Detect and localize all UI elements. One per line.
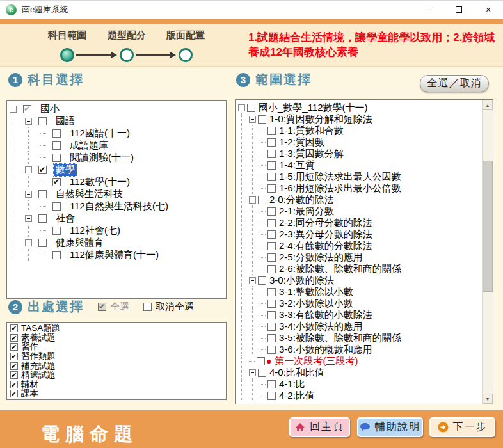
item-checkbox[interactable]	[10, 381, 18, 388]
tree-row[interactable]: 1-0:質因數分解和短除法	[238, 113, 481, 125]
collapse-toggle-icon[interactable]	[25, 118, 32, 125]
item-checkbox[interactable]	[10, 324, 18, 332]
tree-row[interactable]: 健康與體育	[10, 237, 226, 249]
node-checkbox[interactable]	[258, 276, 266, 285]
tree-row[interactable]: 2-2:同分母分數的除法	[238, 217, 481, 228]
node-checkbox[interactable]	[267, 219, 276, 227]
tree-row[interactable]: 數學	[10, 164, 226, 176]
node-checkbox[interactable]	[52, 154, 61, 162]
tree-row[interactable]: 社會	[10, 212, 226, 225]
node-checkbox[interactable]	[52, 251, 61, 259]
maximize-button[interactable]	[444, 0, 474, 19]
tree-row[interactable]: 3-4:小數除法的應用	[238, 321, 481, 332]
node-checkbox[interactable]	[52, 141, 61, 150]
node-checkbox[interactable]	[38, 166, 47, 174]
collapse-toggle-icon[interactable]	[25, 191, 32, 198]
node-checkbox[interactable]	[267, 346, 276, 354]
node-checkbox[interactable]	[267, 300, 276, 308]
tree-node-label[interactable]: 4-2:比值	[277, 390, 317, 402]
tree-node-label[interactable]: 3-6:小數的概數和應用	[277, 344, 374, 356]
tree-node-label[interactable]: 數學	[54, 164, 77, 176]
node-checkbox[interactable]	[247, 104, 255, 112]
select-toggle-button[interactable]: 全選／取消	[420, 75, 489, 92]
tree-row[interactable]: 3-2:小數除以小數	[238, 298, 481, 309]
tree-node-label[interactable]: 健康與體育	[54, 237, 106, 249]
node-checkbox[interactable]	[267, 161, 276, 170]
select-all-checkbox[interactable]	[98, 303, 106, 311]
tree-row[interactable]: 2-5:分數除法的應用	[238, 252, 481, 263]
node-checkbox[interactable]	[267, 138, 276, 147]
node-checkbox[interactable]	[257, 357, 265, 365]
node-checkbox[interactable]	[267, 323, 276, 331]
node-checkbox[interactable]	[52, 202, 61, 211]
node-checkbox[interactable]	[267, 288, 276, 296]
node-checkbox[interactable]	[258, 196, 266, 204]
tree-node-label[interactable]: 第一次段考(三段考)	[273, 355, 360, 367]
scroll-down-button[interactable]: ▼	[483, 394, 493, 404]
tree-node-label[interactable]: 1-4:互質	[277, 159, 317, 172]
node-checkbox[interactable]	[267, 380, 276, 388]
tree-row[interactable]: 3-5:被除數、除數和商的關係	[238, 332, 481, 344]
node-checkbox[interactable]	[267, 230, 276, 239]
wizard-step-circle-active[interactable]	[60, 48, 74, 62]
tree-node-label[interactable]: 1-2:質因數	[277, 136, 326, 148]
node-checkbox[interactable]	[267, 311, 276, 319]
tree-row[interactable]: 2-6:被除數、除數和商的關係	[238, 263, 481, 275]
list-item[interactable]: 精選試題	[9, 371, 226, 380]
tree-row[interactable]: 2-4:有餘數的分數除法	[238, 240, 481, 252]
node-checkbox[interactable]	[52, 178, 61, 186]
tree-row[interactable]: 112國語(十一)	[10, 127, 226, 140]
tree-row[interactable]: 4-0:比和比值	[238, 367, 481, 378]
list-item[interactable]: 輔材	[9, 380, 226, 390]
list-item[interactable]: 素養試題	[9, 333, 226, 343]
collapse-toggle-icon[interactable]	[249, 277, 256, 284]
tree-node-label[interactable]: 112社會(七)	[68, 225, 122, 237]
tree-row[interactable]: 2-3:異分母分數的除法	[238, 228, 481, 240]
tree-node-label[interactable]: 112健康與體育(十一)	[68, 249, 161, 261]
collapse-toggle-icon[interactable]	[238, 104, 245, 111]
collapse-toggle-icon[interactable]	[249, 196, 256, 204]
select-all-control[interactable]: 全選	[98, 301, 129, 313]
tree-row[interactable]: 成語題庫	[10, 140, 226, 152]
node-checkbox[interactable]	[38, 190, 47, 198]
tree-node-label[interactable]: 2-6:被除數、除數和商的關係	[277, 263, 403, 275]
node-checkbox[interactable]	[52, 129, 61, 138]
collapse-toggle-icon[interactable]	[25, 166, 32, 173]
item-checkbox[interactable]	[10, 371, 18, 379]
tree-row[interactable]: 4-1:比	[238, 378, 481, 390]
tree-row[interactable]: 國小	[10, 103, 226, 115]
tree-row[interactable]: 3-6:小數的概數和應用	[238, 344, 481, 355]
node-checkbox[interactable]	[23, 105, 31, 113]
tree-node-label[interactable]: 自然與生活科技	[54, 188, 125, 200]
tree-node-label[interactable]: 3-0:小數的除法	[267, 275, 336, 287]
scroll-up-button[interactable]: ▲	[483, 100, 493, 110]
tree-node-label[interactable]: 閱讀測驗(十一)	[68, 152, 136, 164]
help-button[interactable]: 輔助說明	[357, 417, 423, 437]
tree-row[interactable]: 自然與生活科技	[10, 188, 226, 200]
tree-node-label[interactable]: 國小	[38, 103, 61, 115]
scrollbar[interactable]: ▲ ▼	[482, 100, 493, 404]
node-checkbox[interactable]	[267, 265, 276, 273]
node-checkbox[interactable]	[52, 227, 61, 235]
tree-row[interactable]: 112自然與生活科技(七)	[10, 200, 226, 212]
tree-row[interactable]: 1-6:用短除法求出最小公倍數	[238, 182, 481, 194]
node-checkbox[interactable]	[258, 369, 266, 377]
node-checkbox[interactable]	[267, 127, 276, 135]
node-checkbox[interactable]	[38, 117, 47, 125]
tree-node-label[interactable]: 1-0:質因數分解和短除法	[267, 113, 374, 125]
tree-node-label[interactable]: 國小_數學_112數學(十一)	[257, 102, 370, 114]
item-checkbox[interactable]	[10, 343, 18, 351]
tree-node-label[interactable]: 1-6:用短除法求出最小公倍數	[277, 182, 403, 195]
tree-node-label[interactable]: 3-1:整數除以小數	[277, 286, 355, 298]
tree-row[interactable]: 1-2:質因數	[238, 136, 481, 148]
tree-row[interactable]: 1-1:質數和合數	[238, 125, 481, 136]
tree-row[interactable]: 4-2:比值	[238, 390, 481, 401]
collapse-toggle-icon[interactable]	[10, 106, 17, 113]
tree-node-label[interactable]: 3-2:小數除以小數	[277, 298, 355, 310]
tree-row[interactable]: 閱讀測驗(十一)	[10, 152, 226, 164]
tree-node-label[interactable]: 2-2:同分母分數的除法	[277, 217, 374, 229]
tree-row[interactable]: 1-3:質因數分解	[238, 148, 481, 159]
node-checkbox[interactable]	[38, 214, 47, 223]
node-checkbox[interactable]	[267, 242, 276, 250]
tree-node-label[interactable]: 社會	[54, 212, 77, 225]
